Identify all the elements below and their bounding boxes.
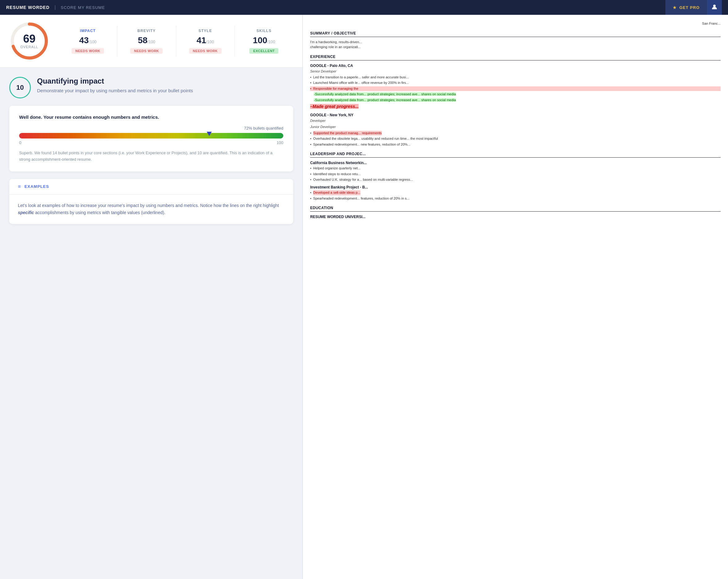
progress-bar-container [19,133,283,138]
category-name-style: STYLE [182,29,228,33]
main-layout: 69 OVERALL IMPACT 43/100 NEEDS WORK BREV… [0,15,728,579]
score-category-brevity[interactable]: BREVITY 58/100 NEEDS WORK [117,26,176,57]
progress-numbers: 0 100 [19,140,283,145]
progress-min: 0 [19,140,21,145]
category-name-skills: SKILLS [241,29,287,33]
examples-section: ≡ EXAMPLES Let's look at examples of how… [9,179,293,224]
badge-brevity: NEEDS WORK [130,48,163,54]
category-name-impact: IMPACT [65,29,111,33]
resume-bullet-highlighted-red: Responsible for managing the [310,86,721,91]
progress-marker [207,132,212,136]
user-icon [711,4,718,11]
nav-subtitle: SCORE MY RESUME [61,5,105,10]
user-icon-button[interactable] [707,0,722,15]
examples-icon: ≡ [18,184,21,189]
score-category-style[interactable]: STYLE 41/100 NEEDS WORK [176,26,235,57]
get-pro-label: GET PRO [679,5,700,10]
section-title-block: Quantifying impact Demonstrate your impa… [37,77,193,95]
resume-role-1: Senior Developer [310,69,721,74]
top-nav: RESUME WORDED | SCORE MY RESUME ★ GET PR… [0,0,728,15]
examples-body: Let's look at examples of how to increas… [9,195,293,224]
overall-score-label: OVERALL [20,45,38,49]
resume-summary-title: SUMMARY / OBJECTIVE [310,30,721,37]
badge-skills: EXCELLENT [249,48,278,54]
brand-name: RESUME WORDED [6,5,50,10]
progress-max: 100 [277,140,283,145]
resume-continuation: -Successfully analyzed data from... prod… [314,92,721,97]
nav-divider: | [55,5,56,10]
progress-card: Well done. Your resume contains enough n… [9,106,293,172]
category-value-impact: 43/100 [65,35,111,45]
resume-company-1: GOOGLE - Palo Alto, CA [310,63,721,69]
card-title: Well done. Your resume contains enough n… [19,114,283,120]
resume-company-2: GOOGLE - New York, NY [310,112,721,118]
category-value-skills: 100/100 [241,35,287,45]
resume-bullet: Identified steps to reduce retu... [310,172,721,177]
score-category-impact[interactable]: IMPACT 43/100 NEEDS WORK [59,26,117,57]
nav-right: ★ GET PRO [665,0,722,15]
category-value-style: 41/100 [182,35,228,45]
score-category-skills[interactable]: SKILLS 100/100 EXCELLENT [235,26,293,57]
section-title: Quantifying impact [37,77,193,85]
resume-bullet: Overhauled U.K. strategy for a... based … [310,177,721,182]
category-name-brevity: BREVITY [124,29,170,33]
get-pro-button[interactable]: ★ GET PRO [665,0,707,15]
resume-bullet: Developed a sell-side ideas p... [310,190,721,195]
category-value-brevity: 58/100 [124,35,170,45]
resume-university: RESUME WORDED UNIVERSI... [310,214,721,220]
score-header: 69 OVERALL IMPACT 43/100 NEEDS WORK BREV… [0,15,303,68]
resume-bullet: Helped organize quarterly net... [310,166,721,170]
resume-role-2a: Developer [310,118,721,123]
resume-bullet: Spearheaded redevelopment... new feature… [310,142,721,147]
resume-bullet: Spearheaded redevelopment... features, r… [310,196,721,201]
overall-score-circle: 69 OVERALL [9,21,49,61]
progress-description: Superb. We found 14 bullet points in you… [19,150,283,163]
resume-continuation-2: -Successfully analyzed data from... prod… [314,98,721,102]
resume-bullet: Launched Miami office with le... office … [310,80,721,85]
resume-company-4: Investment Banking Project - B... [310,184,721,190]
resume-bullet: Led the transition to a paperle... safer… [310,75,721,80]
overall-score-value: 69 [20,33,38,45]
examples-header: ≡ EXAMPLES [9,179,293,195]
resume-location: San Franc... [310,21,721,26]
progress-label: 72% bullets quantified [19,126,283,130]
resume-education-title: EDUCATION [310,205,721,212]
badge-impact: NEEDS WORK [72,48,104,54]
examples-text: Let's look at examples of how to increas… [18,202,285,217]
resume-bullet: Overhauled the obsolete lega... usabilit… [310,136,721,141]
section-number-circle: 10 [9,77,31,98]
progress-bar-track [19,133,283,138]
resume-experience-title: EXPERIENCE [310,54,721,60]
left-panel: 69 OVERALL IMPACT 43/100 NEEDS WORK BREV… [0,15,303,579]
right-panel: San Franc... SUMMARY / OBJECTIVE I'm a h… [303,15,728,579]
section-description: Demonstrate your impact by using numbers… [37,87,193,95]
resume-strikethrough: –Made great progress... [310,103,721,110]
score-categories: IMPACT 43/100 NEEDS WORK BREVITY 58/100 … [59,26,293,57]
resume-company-3: California Business Networkin... [310,160,721,166]
resume-leadership-title: LEADERSHIP AND PROJEC... [310,151,721,158]
section-header: 10 Quantifying impact Demonstrate your i… [9,77,293,98]
svg-point-0 [713,5,716,7]
resume-role-2b: Junior Developer [310,124,721,130]
resume-summary-text: I'm a hardworking, results-driven... cha… [310,40,721,50]
examples-title: EXAMPLES [24,184,49,189]
resume-bullet: Supported the product manag... requireme… [310,131,721,135]
badge-style: NEEDS WORK [189,48,222,54]
star-icon: ★ [673,5,677,10]
content-area: 10 Quantifying impact Demonstrate your i… [0,68,303,579]
